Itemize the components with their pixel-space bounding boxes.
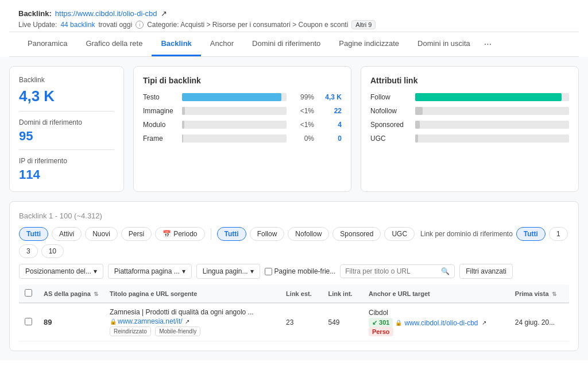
filter-tutti-domain[interactable]: Tutti (516, 227, 546, 241)
backlink-url[interactable]: https://www.cibdol.it/olio-di-cbd (55, 9, 157, 18)
td-page: Zamnesia | Prodotti di qualità da ogni a… (104, 303, 280, 341)
dropdown-lingua[interactable]: Lingua pagin... ▾ (196, 264, 260, 279)
tab-pagine-indicizzate[interactable]: Pagine indicizzate (330, 32, 408, 56)
attr-row-ugc: UGC (370, 134, 569, 143)
bar-modulo (182, 121, 184, 129)
target-url-link[interactable]: www.cibdol.it/olio-di-cbd (404, 319, 478, 327)
filter-attivi[interactable]: Attivi (52, 227, 82, 241)
backlink-stat-label: Backlink (19, 76, 114, 84)
external-icon-2: ↗ (482, 320, 486, 326)
filter-1[interactable]: 1 (549, 227, 568, 241)
row-checkbox[interactable] (25, 318, 32, 325)
tab-domini-uscita[interactable]: Domini in uscita (408, 32, 479, 56)
stats-card: Backlink 4,3 K Domini di riferimento 95 … (9, 66, 124, 192)
tab-grafico[interactable]: Grafico della rete (76, 32, 152, 56)
page-title: Zamnesia | Prodotti di qualità da ogni a… (110, 308, 274, 316)
bar-testo (182, 93, 281, 101)
tipi-backlink-title: Tipi di backlink (143, 76, 342, 85)
external-link-icon: ↗ (185, 318, 189, 325)
filter-sponsored[interactable]: Sponsored (332, 227, 381, 241)
filter-nofollow[interactable]: Nofollow (288, 227, 329, 241)
bar-count-modulo: 4 (319, 121, 342, 129)
dropdown-posizionamento[interactable]: Posizionamento del... ▾ (19, 264, 103, 279)
page-url-link[interactable]: www.zamnesia.net/it/ (118, 317, 183, 325)
info-icon[interactable]: i (136, 21, 144, 29)
filter-nuovi[interactable]: Nuovi (85, 227, 118, 241)
td-as: 89 (38, 303, 104, 341)
chart-row-immagine: Immagine <1% 22 (143, 107, 342, 115)
domain-filter-label: Link per dominio di riferimento (420, 230, 513, 238)
tab-anchor[interactable]: Anchor (201, 32, 243, 56)
attr-row-follow: Follow (370, 93, 569, 101)
tab-domini-riferimento[interactable]: Domini di riferimento (243, 32, 330, 56)
chart-label-modulo: Modulo (143, 121, 177, 129)
filter-row-1: Tutti Attivi Nuovi Persi 📅 Periodo Tutti… (19, 227, 569, 258)
period-label: Periodo (173, 230, 197, 238)
advanced-filters-button[interactable]: Filtri avanzati (459, 264, 513, 279)
more-tabs-button[interactable]: ··· (479, 32, 496, 56)
external-icon: ↗ (161, 9, 167, 18)
table-row: 89 Zamnesia | Prodotti di qualità da ogn… (19, 303, 569, 341)
th-link-int: Link int. (322, 285, 363, 303)
mobile-friendly-checkbox[interactable] (265, 268, 272, 275)
page-tags: Reindirizzato Mobile-friendly (110, 326, 274, 336)
filter-periodo[interactable]: 📅 Periodo (155, 227, 204, 241)
td-anchor-target: Cibdol ↙ 301 🔒 www.cibdol.it/olio-di-cbd… (363, 303, 509, 341)
chart-row-testo: Testo 99% 4,3 K (143, 93, 342, 101)
attr-label-ugc: UGC (370, 134, 411, 143)
filter-3[interactable]: 3 (19, 244, 38, 258)
filter-tutti-type[interactable]: Tutti (217, 227, 246, 241)
tag-reindirizzato: Reindirizzato (110, 326, 151, 336)
attr-row-sponsored: Sponsored (370, 121, 569, 129)
live-update-label: Live Update: (18, 21, 57, 29)
select-all-checkbox[interactable] (25, 289, 32, 297)
bar-count-frame: 0 (319, 134, 342, 143)
tab-backlink[interactable]: Backlink (152, 32, 200, 56)
backlink-label: Backlink: (18, 9, 52, 18)
attr-bar-container-sponsored (415, 121, 569, 129)
filter-persi[interactable]: Persi (121, 227, 152, 241)
chart-row-frame: Frame 0% 0 (143, 134, 342, 143)
filter-divider (211, 228, 211, 240)
sort-icon-prima[interactable]: ⇅ (552, 291, 556, 297)
attr-row-nofollow: Nofollow (370, 107, 569, 115)
mobile-friendly-checkbox-label[interactable]: Pagine mobile-frie... (265, 267, 336, 275)
ip-stat-value: 114 (19, 167, 114, 182)
bar-immagine (182, 107, 185, 115)
filter-ugc[interactable]: UGC (384, 227, 415, 241)
backlink-stat-value: 4,3 K (19, 87, 114, 105)
bar-frame (182, 134, 183, 143)
attr-label-sponsored: Sponsored (370, 121, 411, 129)
th-link-est: Link est. (280, 285, 322, 303)
page-url-row: 🔒 www.zamnesia.net/it/ ↗ (110, 317, 274, 325)
bar-container-frame (182, 134, 287, 143)
search-icon[interactable]: 🔍 (441, 267, 450, 275)
chevron-down-icon-1: ▾ (94, 267, 97, 275)
th-titolo: Titolo pagina e URL sorgente (104, 285, 280, 303)
search-input[interactable] (345, 267, 441, 275)
lock-icon-2: 🔒 (395, 320, 402, 326)
filter-10[interactable]: 10 (41, 244, 64, 258)
ip-stat-label: IP di riferimento (19, 157, 114, 165)
perso-badge: Perso (369, 327, 393, 336)
th-as: AS della pagina ⇅ (38, 285, 104, 303)
bar-percent-modulo: <1% (291, 121, 314, 129)
attr-label-nofollow: Nofollow (370, 107, 411, 115)
attributi-link-card: Attributi link Follow Nofollow Sponsored (361, 66, 579, 192)
search-box[interactable]: 🔍 (340, 264, 455, 278)
backlink-range: 1 - 100 (~4.312) (49, 212, 102, 220)
td-link-int: 549 (322, 303, 363, 341)
backlink-section-header: Backlink 1 - 100 (~4.312) (19, 211, 569, 220)
backlink-count-link[interactable]: 44 backlink (60, 21, 95, 29)
lock-icon: 🔒 (110, 318, 117, 325)
th-prima-vista: Prima vista ⇅ (509, 285, 569, 303)
filter-tutti-status[interactable]: Tutti (19, 227, 48, 241)
dropdown-piattaforma[interactable]: Piattaforma pagina ... ▾ (108, 264, 192, 279)
bar-percent-testo: 99% (291, 93, 314, 101)
filter-follow[interactable]: Follow (250, 227, 285, 241)
tab-panoramica[interactable]: Panoramica (18, 32, 76, 56)
domini-stat-value: 95 (19, 129, 114, 144)
sort-icon-as[interactable]: ⇅ (94, 291, 98, 297)
th-anchor: Anchor e URL target (363, 285, 509, 303)
altri-button[interactable]: Altri 9 (351, 20, 376, 29)
